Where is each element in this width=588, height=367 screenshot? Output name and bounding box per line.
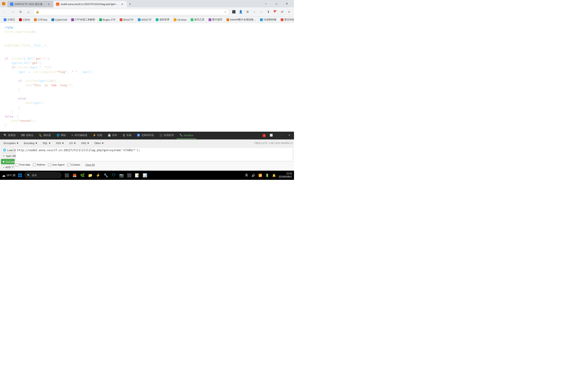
load-url-button[interactable]: 🌐 Load URL (1, 148, 15, 153)
devtools-tab-storage[interactable]: 🗄 存储 (120, 132, 134, 139)
battery-icon[interactable]: 🔋 (264, 172, 270, 178)
start-button[interactable] (16, 172, 24, 179)
add-slash-button[interactable]: + ADD "/" (1, 165, 15, 170)
taskbar-icon-app8[interactable]: 📝 (133, 172, 141, 179)
taskbar-icon-app4[interactable]: 🔧 (102, 172, 110, 179)
star-icon[interactable]: ☆ (224, 10, 227, 14)
forward-nav-icon[interactable]: → (258, 9, 265, 15)
hackbar-menu-sql[interactable]: SQL ▼ (40, 141, 53, 145)
tab-close-1[interactable]: ✕ (47, 2, 51, 6)
code-line-9: die("This is too long."); (5, 83, 289, 87)
devtools-tab-memory[interactable]: 💾 内存 (105, 132, 120, 139)
post-data-checkbox[interactable] (16, 163, 19, 166)
referer-checkbox-label[interactable]: Referer (33, 163, 45, 166)
split-url-button[interactable]: ✂ Split URL (1, 153, 15, 158)
bookmark-hex[interactable]: 16进制转换 (258, 17, 278, 22)
sync-icon[interactable]: ⇄ (279, 9, 285, 15)
bookmark-ctfshow[interactable]: ctf.show (172, 17, 188, 22)
bookmark-attackworld[interactable]: 攻防世界 (154, 17, 171, 22)
extensions-icon[interactable]: ⬛ (231, 9, 237, 15)
download-icon[interactable]: ⬇ (265, 9, 271, 15)
bookmark-csdn[interactable]: CSDN (17, 17, 32, 22)
address-bar[interactable]: 🔒 node5.anna.nssctf.cn:20227/F1l1l1l1l1l… (33, 9, 229, 15)
refresh-button[interactable]: ↻ (17, 9, 24, 15)
referer-checkbox[interactable] (33, 163, 36, 166)
hackbar-menu-xss[interactable]: XSS ▼ (54, 141, 67, 145)
wifi-icon[interactable]: 📶 (257, 172, 263, 178)
hackbar-menu-encryption[interactable]: Encryption ▼ (1, 141, 21, 145)
url-input[interactable]: node5.anna.nssctf.cn:20227/F1l1l1l1l1lag… (41, 10, 223, 14)
tab-active-2[interactable]: node5.anna.nssctf.cn:20227/F1l1l1l1l1lag… (53, 1, 127, 7)
user-agent-checkbox-label[interactable]: User Agent (48, 163, 64, 166)
hackbar-menu-encoding[interactable]: Encoding ▼ (22, 141, 40, 145)
code-line-blank7 (5, 127, 289, 132)
menu-icon[interactable]: ≡ (286, 9, 292, 15)
tab-close-2[interactable]: ✕ (120, 2, 124, 6)
close-button[interactable]: ✕ (282, 0, 292, 7)
console-label: 控制台 (26, 133, 34, 137)
flag-icon[interactable]: 🚩 (272, 9, 278, 15)
devtools-tab-application[interactable]: ⬛ 应用程序 (157, 132, 177, 139)
bookmark-base64img[interactable]: base64图片在线转换... (225, 17, 258, 22)
minimize-button[interactable]: ─ (260, 0, 271, 7)
bookmark-runoob[interactable]: 菜鸟工具 (189, 17, 206, 22)
bookmark-imgsteg[interactable]: 图片脱写 (207, 17, 224, 22)
forward-button[interactable]: → (10, 9, 16, 15)
ime-icon[interactable]: 英 (243, 172, 250, 178)
hackbar-url-textarea[interactable] (16, 148, 293, 161)
post-data-checkbox-label[interactable]: Post data (16, 163, 30, 166)
taskbar-icon-windows[interactable]: ⬛ (63, 172, 70, 179)
devtools-tab-inspector[interactable]: 🔍 查看器 (1, 132, 18, 139)
performance-icon: ⚡ (93, 134, 96, 137)
cookies-checkbox[interactable] (67, 163, 70, 166)
taskbar-icon-app3[interactable]: ⚡ (95, 172, 102, 179)
settings-icon[interactable]: ⚙ (244, 9, 251, 15)
devtools-tab-accessibility[interactable]: ♿ 无障碍环境 (134, 132, 157, 139)
clear-all-button[interactable]: Clear All (83, 163, 97, 167)
devtools-tab-network[interactable]: 🌐 网络 (54, 132, 69, 139)
bookmark-cyberchef[interactable]: CyberChef (50, 17, 69, 22)
notification-icon[interactable]: 🔔 (271, 172, 277, 178)
back-button[interactable]: ← (2, 9, 8, 15)
bookmark-nssctf[interactable]: NSSCTF (136, 17, 153, 22)
bookmark-cipherfeature[interactable]: 密文特征 (279, 17, 294, 22)
tab-title-1: [SWPUCTF 2022 新生赛]web... (15, 2, 45, 6)
taskbar-icon-app5[interactable]: 🛡 (110, 172, 117, 179)
bookmark-ctfhub[interactable]: CTFHub (32, 17, 49, 22)
user-agent-checkbox[interactable] (48, 163, 51, 166)
devtools-tab-hackbar[interactable]: 🔧 HackBar (177, 132, 196, 139)
home-button[interactable]: ⌂ (25, 9, 32, 15)
hackbar-menu-lfi[interactable]: LFI ▼ (67, 141, 78, 145)
taskbar-icon-firefox[interactable]: 🦊 (71, 172, 78, 179)
taskbar-icon-app1[interactable]: 🌿 (79, 172, 86, 179)
devtools-more-button[interactable]: ⋯ (277, 132, 285, 139)
taskbar-icon-app9[interactable]: 📊 (141, 172, 149, 179)
tab-inactive-1[interactable]: [SWPUCTF 2022 新生赛]web... ✕ (7, 1, 53, 7)
bookmark-ctftool[interactable]: CTF在线工具解密 (69, 17, 97, 22)
execute-button[interactable]: ▶ Execute (1, 159, 15, 164)
profile-icon[interactable]: 👤 (237, 9, 244, 15)
hackbar-menu-other[interactable]: Other ▼ (92, 141, 106, 145)
taskbar-clock[interactable]: 21:01 2024/6/9周日 (279, 172, 292, 178)
clock-time: 21:01 (279, 172, 292, 175)
taskbar-icon-app7[interactable]: ⬛ (126, 172, 133, 179)
bookmark-bugku[interactable]: Bugku CTF (97, 17, 118, 22)
maximize-button[interactable]: □ (271, 0, 282, 7)
devtools-tab-console[interactable]: ⌨ 控制台 (18, 132, 36, 139)
devtools-tab-style-editor[interactable]: ✏ 样式编辑器 (69, 132, 90, 139)
speaker-icon[interactable]: 🔊 (250, 172, 257, 178)
bookmark-buuctf[interactable]: BUUCTF (118, 17, 136, 22)
new-tab-button[interactable]: + (127, 1, 133, 7)
taskbar-icon-app6[interactable]: 📷 (118, 172, 125, 179)
devtools-snapshot-button[interactable]: ⬜ (267, 132, 276, 139)
execute-label: Execute (6, 160, 15, 163)
devtools-tab-performance[interactable]: ⚡ 性能 (90, 132, 105, 139)
taskbar-search[interactable]: 🔍 搜索 (25, 172, 61, 178)
taskbar-icon-app2[interactable]: 📁 (86, 172, 94, 179)
devtools-tab-debugger[interactable]: 🐛 调试器 (36, 132, 54, 139)
back-nav-icon[interactable]: ← (251, 9, 258, 15)
bookmark-yunbi[interactable]: 云笔记 (2, 17, 17, 22)
cookies-checkbox-label[interactable]: Cookies (67, 163, 80, 166)
devtools-close-button[interactable]: ✕ (285, 132, 293, 139)
hackbar-menu-xxe[interactable]: XXE ▼ (79, 141, 92, 145)
